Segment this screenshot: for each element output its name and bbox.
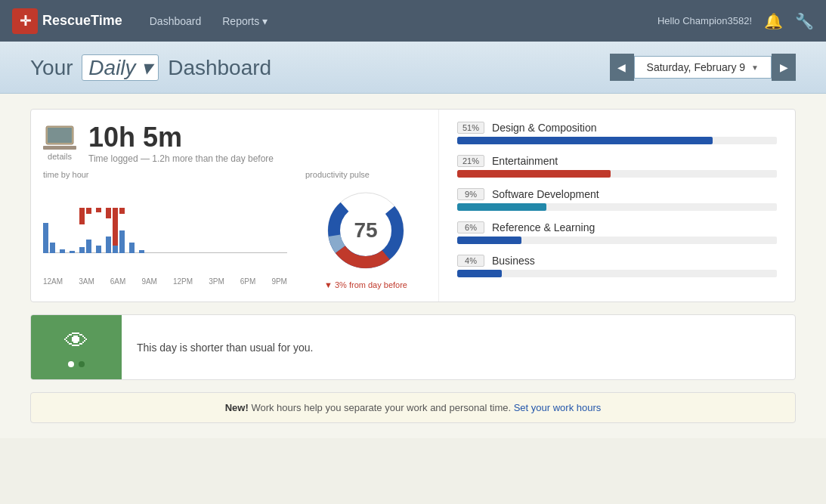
chart-row: time by hour xyxy=(43,170,426,289)
tools-icon[interactable]: 🔧 xyxy=(795,12,814,30)
cat-name-business: Business xyxy=(492,255,535,267)
bar-neg xyxy=(106,208,111,218)
nav-reports-dropdown[interactable]: Reports ▾ xyxy=(213,11,277,32)
bar xyxy=(60,249,65,253)
bar xyxy=(70,251,75,253)
logo-icon: ✛ xyxy=(12,8,38,34)
title-suffix: Dashboard xyxy=(168,56,271,79)
cat-name-entertainment: Entertainment xyxy=(492,155,558,167)
details-link[interactable]: details xyxy=(48,152,72,161)
pct-badge-entertainment: 21% xyxy=(457,155,484,167)
title-prefix: Your xyxy=(30,56,73,79)
bar-neg xyxy=(119,208,125,214)
bar xyxy=(96,246,101,253)
banner-new: New! xyxy=(225,402,249,413)
top-section: details 10h 5m Time logged — 1.2h more t… xyxy=(30,109,796,302)
date-display: Saturday, February 9 ▼ xyxy=(634,56,772,79)
date-text: Saturday, February 9 xyxy=(647,61,745,73)
svg-rect-1 xyxy=(48,128,72,143)
pct-badge-design: 51% xyxy=(457,122,484,134)
insight-box: 👁 This day is shorter than usual for you… xyxy=(30,314,796,380)
categories-list: 51% Design & Composition 21% Entertainme… xyxy=(457,122,777,277)
right-panel: 51% Design & Composition 21% Entertainme… xyxy=(439,110,795,301)
date-caret-icon: ▼ xyxy=(751,63,759,72)
by-hour-label: time by hour xyxy=(43,170,287,179)
insight-dot-1[interactable] xyxy=(68,361,74,367)
bar-neg xyxy=(113,208,118,246)
daily-caret-icon: ▾ xyxy=(136,56,153,79)
time-header: details 10h 5m Time logged — 1.2h more t… xyxy=(43,122,426,164)
reports-caret-icon: ▾ xyxy=(262,15,268,27)
progress-bar-business xyxy=(457,270,777,277)
bar-chart xyxy=(43,185,287,276)
navbar: ✛ RescueTime Dashboard Reports ▾ Hello C… xyxy=(0,0,826,42)
pct-badge-business: 4% xyxy=(457,255,484,267)
pct-badge-software: 9% xyxy=(457,188,484,200)
insight-dot-2[interactable] xyxy=(79,361,85,367)
progress-bar-software xyxy=(457,203,777,211)
dashboard-title: Your Daily ▾ Dashboard xyxy=(30,54,271,81)
daily-selector[interactable]: Daily ▾ xyxy=(82,54,159,81)
bottom-banner: New! Work hours help you separate your w… xyxy=(30,392,796,423)
laptop-icon-link[interactable]: details xyxy=(43,125,76,161)
logo[interactable]: ✛ RescueTime xyxy=(12,8,122,34)
nav-dashboard[interactable]: Dashboard xyxy=(141,11,211,32)
insight-text: This day is shorter than usual for you. xyxy=(122,315,795,379)
by-hour-column: time by hour xyxy=(43,170,287,289)
bar-neg xyxy=(96,208,101,212)
progress-bar-reference xyxy=(457,237,777,244)
bar xyxy=(79,247,85,253)
date-nav: ◀ Saturday, February 9 ▼ ▶ xyxy=(610,54,796,81)
progress-bar-entertainment xyxy=(457,170,777,178)
date-prev-button[interactable]: ◀ xyxy=(610,54,634,81)
time-big: 10h 5m xyxy=(88,122,274,153)
pulse-chart: 75 ▼ 3% from day before xyxy=(305,185,426,289)
svg-rect-2 xyxy=(43,146,76,150)
category-row-design: 51% Design & Composition xyxy=(457,122,777,144)
bar-neg xyxy=(86,208,91,214)
main-content: details 10h 5m Time logged — 1.2h more t… xyxy=(0,94,826,438)
navbar-right: Hello Champion3582! 🔔 🔧 xyxy=(657,12,814,30)
productivity-pulse-column: productivity pulse xyxy=(305,170,426,289)
notification-icon[interactable]: 🔔 xyxy=(764,12,783,30)
insight-dots xyxy=(68,361,85,367)
bar xyxy=(139,250,144,253)
laptop-svg xyxy=(43,125,76,152)
category-row-software: 9% Software Development xyxy=(457,188,777,211)
header-strip: Your Daily ▾ Dashboard ◀ Saturday, Febru… xyxy=(0,42,826,94)
logo-text: RescueTime xyxy=(42,13,122,29)
category-row-entertainment: 21% Entertainment xyxy=(457,155,777,178)
category-row-business: 4% Business xyxy=(457,255,777,277)
hello-text: Hello Champion3582! xyxy=(657,15,752,26)
pct-badge-reference: 6% xyxy=(457,221,484,233)
eye-icon: 👁 xyxy=(64,327,88,355)
time-sub: Time logged — 1.2h more than the day bef… xyxy=(88,153,274,164)
cat-name-design: Design & Composition xyxy=(492,122,597,134)
category-row-reference: 6% Reference & Learning xyxy=(457,221,777,244)
pulse-change: ▼ 3% from day before xyxy=(324,280,407,289)
chart-times: 12AM 3AM 6AM 9AM 12PM 3PM 6PM 9PM xyxy=(43,276,287,286)
progress-bar-design xyxy=(457,137,777,144)
nav-links: Dashboard Reports ▾ xyxy=(141,11,277,32)
bar-neg xyxy=(79,208,85,224)
cat-name-software: Software Development xyxy=(492,188,599,200)
banner-text: Work hours help you separate your work a… xyxy=(251,402,513,413)
pulse-value: 75 xyxy=(354,218,377,243)
set-work-hours-link[interactable]: Set your work hours xyxy=(514,402,602,413)
date-next-button[interactable]: ▶ xyxy=(772,54,796,81)
pulse-label: productivity pulse xyxy=(305,170,426,179)
left-panel: details 10h 5m Time logged — 1.2h more t… xyxy=(31,110,439,301)
cat-name-reference: Reference & Learning xyxy=(492,221,595,233)
time-logged: 10h 5m Time logged — 1.2h more than the … xyxy=(88,122,274,164)
donut-chart: 75 xyxy=(320,185,411,276)
insight-icon-area: 👁 xyxy=(31,315,122,379)
